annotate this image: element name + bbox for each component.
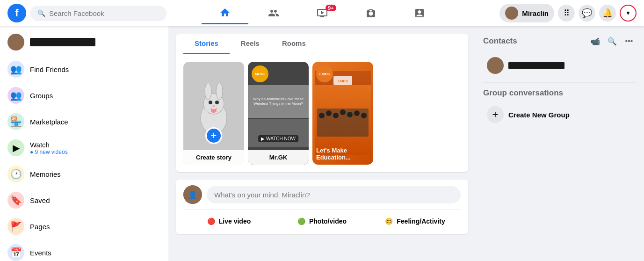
sidebar-item-saved[interactable]: 🔖 Saved <box>4 187 165 213</box>
contact-name-bar <box>508 62 564 69</box>
feeling-label: Feeling/Activity <box>397 218 445 225</box>
user-name: Miraclin <box>522 9 549 17</box>
photo-video-button[interactable]: 🟢 Photo/video <box>276 214 368 229</box>
sidebar-item-marketplace[interactable]: 🏪 Marketplace <box>4 109 165 135</box>
live-video-button[interactable]: 🔴 Live video <box>183 214 275 229</box>
tab-rooms[interactable]: Rooms <box>271 34 317 54</box>
nav-friends-button[interactable] <box>250 2 297 24</box>
svg-point-7 <box>211 109 217 113</box>
mrgk-story-text: Why do Astronauts Love these Weirdest Th… <box>250 97 307 106</box>
messenger-icon-button[interactable]: 💬 <box>579 5 595 22</box>
user-chip[interactable]: Miraclin <box>499 4 554 22</box>
svg-point-16 <box>354 110 360 116</box>
watch-label: Watch <box>30 141 68 149</box>
stories-content: + Create story Why do Astronauts Love th… <box>176 54 468 172</box>
bunny-image <box>183 62 244 165</box>
nav-pages-button[interactable] <box>396 2 443 24</box>
stories-tabs: Stories Reels Rooms <box>176 34 468 54</box>
sidebar-item-watch[interactable]: ▶ Watch ● 9 new videos <box>4 135 165 161</box>
post-box: 👤 🔴 Live video 🟢 Photo/video 😊 Feeling/A… <box>176 180 468 234</box>
tab-stories[interactable]: Stories <box>183 34 230 54</box>
pages-icon: 🚩 <box>7 218 24 235</box>
watch-sub-label: ● 9 new videos <box>30 149 68 155</box>
mrgk-story-label: Mr.GK <box>248 150 309 165</box>
contact-item[interactable] <box>483 54 637 77</box>
create-story-label: Create story <box>183 150 244 165</box>
photo-video-label: Photo/video <box>309 218 347 225</box>
nav-home-button[interactable] <box>202 2 248 24</box>
education-avatar: LMES <box>316 65 333 82</box>
post-input[interactable] <box>207 186 461 203</box>
find-friends-icon: 👥 <box>7 61 24 78</box>
svg-text:LMES: LMES <box>338 79 348 83</box>
contacts-search-button[interactable]: 🔍 <box>605 34 620 49</box>
apps-icon-button[interactable]: ⠿ <box>558 5 575 22</box>
plus-circle-icon: + <box>487 106 504 123</box>
group-conv-title: Group conversations <box>483 88 637 98</box>
create-story-button[interactable]: + <box>205 127 222 144</box>
story-education[interactable]: LMES LMES Let's Make Education... <box>312 62 373 165</box>
watch-badge: 9+ <box>326 5 336 11</box>
contact-avatar <box>487 57 504 74</box>
education-story-label: Let's Make Education... <box>316 147 369 161</box>
contacts-divider <box>483 82 637 83</box>
events-label: Events <box>30 249 51 257</box>
svg-point-2 <box>205 83 211 100</box>
search-input[interactable] <box>49 9 159 17</box>
create-story-item[interactable]: + Create story <box>183 62 244 165</box>
center-feed: Stories Reels Rooms <box>168 26 476 261</box>
live-video-icon: 🔴 <box>207 218 215 225</box>
marketplace-icon: 🏪 <box>7 113 24 130</box>
nav-marketplace-button[interactable] <box>347 2 394 24</box>
contacts-header: Contacts 📹 🔍 ••• <box>483 34 637 49</box>
svg-point-5 <box>215 101 219 104</box>
contacts-title: Contacts <box>483 36 517 46</box>
svg-point-3 <box>216 83 223 100</box>
sidebar-user[interactable] <box>4 30 165 54</box>
find-friends-label: Find Friends <box>30 65 69 73</box>
svg-point-12 <box>326 110 332 116</box>
mrgk-avatar: MrGK <box>252 65 268 82</box>
contacts-icons: 📹 🔍 ••• <box>588 34 637 49</box>
sidebar-item-groups[interactable]: 👥 Groups <box>4 82 165 109</box>
topnav-right: Miraclin ⠿ 💬 🔔 ▼ <box>478 4 637 22</box>
sidebar-user-name-bar <box>30 38 95 46</box>
user-avatar-small <box>505 7 518 20</box>
topnav-left: f 🔍 <box>7 4 166 22</box>
contacts-more-button[interactable]: ••• <box>622 34 637 49</box>
topnav: f 🔍 9+ Miraclin ⠿ 💬 🔔 ▼ <box>0 0 644 26</box>
saved-label: Saved <box>30 196 50 204</box>
account-menu-button[interactable]: ▼ <box>620 5 637 22</box>
svg-point-15 <box>347 112 353 117</box>
fb-logo[interactable]: f <box>7 4 26 22</box>
create-group-label: Create New Group <box>508 111 570 119</box>
svg-text:👤: 👤 <box>188 190 197 199</box>
post-user-avatar: 👤 <box>183 185 202 204</box>
sidebar-item-pages[interactable]: 🚩 Pages <box>4 213 165 239</box>
marketplace-label: Marketplace <box>30 118 68 126</box>
notifications-icon-button[interactable]: 🔔 <box>599 5 616 22</box>
svg-point-14 <box>340 109 346 115</box>
groups-icon: 👥 <box>7 87 24 104</box>
memories-label: Memories <box>30 170 61 178</box>
search-bar[interactable]: 🔍 <box>30 6 166 21</box>
svg-point-6 <box>212 105 215 107</box>
post-input-row: 👤 <box>183 185 461 204</box>
create-new-group-button[interactable]: + Create New Group <box>483 103 637 126</box>
feeling-icon: 😊 <box>385 218 393 225</box>
sidebar-item-events[interactable]: 📅 Events <box>4 239 165 261</box>
story-mrgk[interactable]: Why do Astronauts Love these Weirdest Th… <box>248 62 309 165</box>
sidebar-item-memories[interactable]: 🕐 Memories <box>4 161 165 187</box>
nav-watch-button[interactable]: 9+ <box>299 2 346 24</box>
groups-label: Groups <box>30 92 53 100</box>
feeling-activity-button[interactable]: 😊 Feeling/Activity <box>369 214 461 229</box>
sidebar-user-avatar <box>7 34 24 51</box>
memories-icon: 🕐 <box>7 166 24 182</box>
saved-icon: 🔖 <box>7 192 24 209</box>
sidebar-item-find-friends[interactable]: 👥 Find Friends <box>4 56 165 82</box>
contacts-video-button[interactable]: 📹 <box>588 34 603 49</box>
search-icon: 🔍 <box>37 9 45 17</box>
svg-point-13 <box>333 113 339 118</box>
topnav-center: 9+ <box>166 2 478 24</box>
tab-reels[interactable]: Reels <box>230 34 271 54</box>
